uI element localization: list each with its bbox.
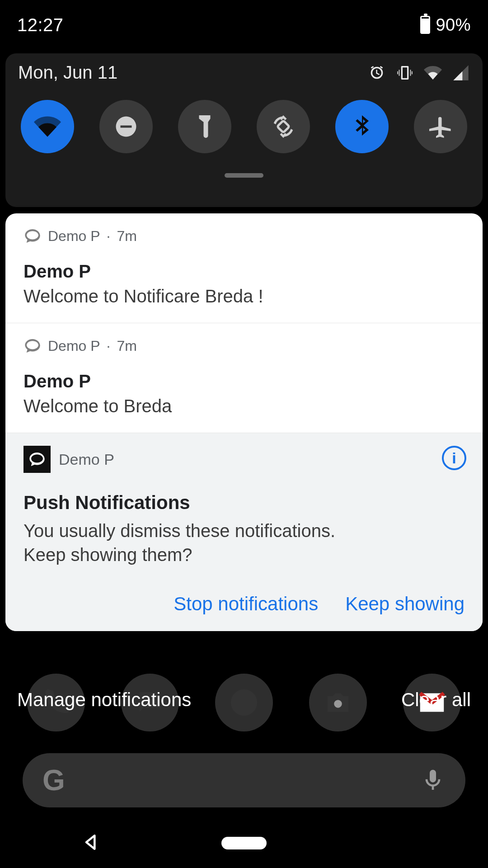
system-prompt-body: You usually dismiss these notifications. (23, 519, 465, 543)
keep-showing-button[interactable]: Keep showing (345, 593, 465, 615)
qs-tile-autorotate[interactable] (257, 100, 310, 153)
status-time: 12:27 (17, 15, 64, 35)
qs-tile-flashlight[interactable] (178, 100, 231, 153)
qs-tile-dnd[interactable] (99, 100, 153, 153)
quick-settings-panel[interactable]: Mon, Jun 11 (5, 53, 483, 207)
google-logo-icon: G (42, 764, 65, 797)
clear-all-button[interactable]: Clear all (401, 689, 471, 711)
notification-body: Welcome to Notificare Breda ! (23, 286, 465, 307)
notification-body: Welcome to Breda (23, 396, 465, 416)
wifi-small-icon (424, 64, 442, 82)
qs-tile-wifi[interactable] (21, 100, 74, 153)
notification-age: 7m (117, 228, 136, 245)
notification-title: Demo P (23, 371, 465, 392)
notification-item[interactable]: Demo P · 7m Demo P Welcome to Notificare… (5, 213, 483, 323)
info-icon[interactable]: i (442, 446, 466, 470)
manage-notifications-button[interactable]: Manage notifications (17, 689, 191, 711)
qs-tile-bluetooth[interactable] (335, 100, 389, 153)
system-prompt-body: Keep showing them? (23, 543, 465, 567)
app-square-icon (23, 446, 51, 473)
nav-back-button[interactable] (81, 832, 101, 854)
qs-expand-handle[interactable] (225, 173, 263, 178)
app-chat-icon (23, 337, 42, 355)
notification-age: 7m (117, 338, 136, 354)
notification-app-name: Demo P (48, 228, 100, 245)
notification-app-name: Demo P (48, 338, 100, 354)
stop-notifications-button[interactable]: Stop notifications (174, 593, 318, 615)
nav-home-pill[interactable] (221, 837, 267, 849)
svg-rect-2 (277, 121, 290, 133)
notification-item[interactable]: Demo P · 7m Demo P Welcome to Breda (5, 323, 483, 433)
vibrate-icon (396, 64, 414, 82)
alarm-icon (368, 64, 386, 82)
system-prompt-heading: Push Notifications (23, 492, 465, 514)
battery-percent: 90% (436, 15, 471, 35)
qs-date: Mon, Jun 11 (18, 62, 117, 83)
system-prompt-app-name: Demo P (59, 451, 114, 468)
svg-rect-1 (121, 126, 132, 128)
qs-tile-airplane[interactable] (414, 100, 467, 153)
notification-title: Demo P (23, 261, 465, 282)
cell-signal-icon (452, 64, 470, 82)
notification-shade[interactable]: Demo P · 7m Demo P Welcome to Notificare… (5, 213, 483, 631)
app-chat-icon (23, 227, 42, 245)
status-bar: 12:27 90% (0, 0, 488, 50)
mic-icon[interactable] (420, 768, 446, 793)
battery-icon (420, 16, 430, 34)
google-search-bar[interactable]: G (23, 753, 465, 807)
notification-footer: Manage notifications Clear all (17, 689, 471, 711)
navigation-bar (0, 818, 488, 868)
status-right: 90% (420, 15, 471, 35)
qs-status-icons (368, 64, 470, 82)
notification-system-prompt[interactable]: Demo P i Push Notifications You usually … (5, 433, 483, 631)
